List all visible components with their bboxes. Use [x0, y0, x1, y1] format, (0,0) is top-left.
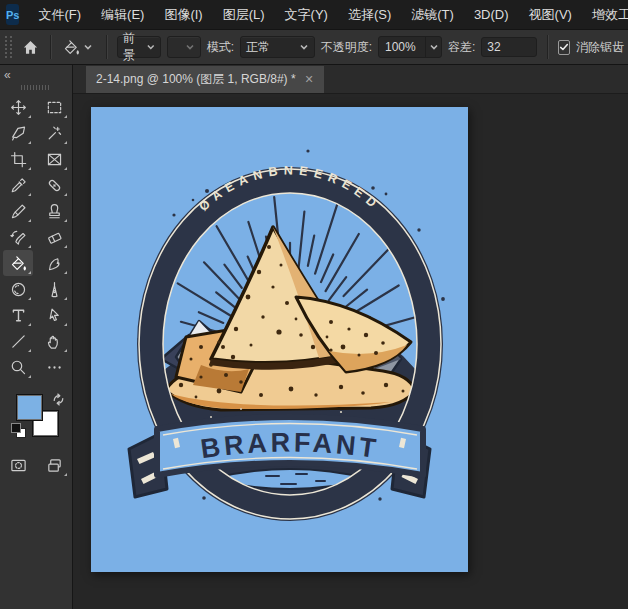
antialias-label: 消除锯齿 — [576, 39, 624, 56]
mode-select[interactable]: 正常 — [240, 36, 315, 58]
divider — [547, 35, 548, 59]
menu-view[interactable]: 视图(V) — [520, 0, 581, 29]
tolerance-label: 容差: — [448, 39, 475, 56]
opacity-label: 不透明度: — [321, 39, 372, 56]
chevron-down-icon — [185, 42, 195, 52]
menu-layer[interactable]: 图层(L) — [214, 0, 274, 29]
chevron-down-icon — [299, 42, 309, 52]
quick-mask-icon — [10, 457, 27, 474]
screen-mode-button[interactable] — [39, 452, 69, 478]
brush-icon — [10, 203, 27, 220]
home-icon — [22, 39, 39, 56]
divider — [106, 35, 107, 59]
paint-bucket-tool-preview[interactable] — [60, 37, 96, 58]
zoom-tool[interactable] — [3, 354, 33, 380]
check-icon — [559, 42, 569, 52]
close-tab-icon[interactable]: ✕ — [305, 73, 314, 86]
pen-tool[interactable] — [39, 276, 69, 302]
document-tab[interactable]: 2-14.png @ 100% (图层 1, RGB/8#) * ✕ — [86, 66, 324, 93]
paint-bucket-tool[interactable] — [3, 250, 33, 276]
opacity-dropdown-button[interactable] — [425, 37, 441, 57]
edit-toolbar-button[interactable] — [39, 354, 69, 380]
path-selection-tool[interactable] — [39, 302, 69, 328]
line-tool[interactable] — [3, 328, 33, 354]
color-swatches — [0, 392, 72, 448]
canvas-image[interactable]: ØAEANBNEEREED — [91, 107, 468, 572]
brush-tool[interactable] — [3, 198, 33, 224]
menu-image[interactable]: 图像(I) — [155, 0, 211, 29]
tolerance-input[interactable] — [481, 37, 537, 57]
tab-strip: 2-14.png @ 100% (图层 1, RGB/8#) * ✕ — [73, 65, 628, 94]
magic-wand-tool[interactable] — [39, 120, 69, 146]
type-icon — [10, 307, 27, 324]
menu-file[interactable]: 文件(F) — [29, 0, 90, 29]
swap-colors-icon[interactable] — [52, 393, 65, 406]
eyedropper-tool[interactable] — [3, 172, 33, 198]
menu-3d[interactable]: 3D(D) — [465, 0, 518, 29]
eraser-icon — [46, 229, 63, 246]
quick-mask-button[interactable] — [3, 452, 33, 478]
mode-label: 模式: — [207, 39, 234, 56]
ellipsis-icon — [46, 359, 63, 376]
paint-bucket-icon — [10, 255, 27, 272]
history-brush-icon — [10, 229, 27, 246]
opacity-input[interactable]: 100% — [378, 36, 442, 58]
line-icon — [10, 333, 27, 350]
fill-source-value: 前景 — [123, 30, 146, 64]
menu-select[interactable]: 选择(S) — [339, 0, 400, 29]
chevron-down-icon — [146, 42, 156, 52]
toolbar-drag-handle[interactable] — [21, 85, 51, 90]
default-colors-icon[interactable] — [11, 423, 26, 438]
move-icon — [10, 99, 27, 116]
menu-type[interactable]: 文字(Y) — [276, 0, 337, 29]
screen-mode-icon — [46, 457, 63, 474]
home-button[interactable] — [22, 34, 40, 60]
rectangular-marquee-tool[interactable] — [39, 94, 69, 120]
smudge-finger-icon — [46, 255, 63, 272]
chevron-down-icon — [429, 42, 439, 52]
eyedropper-icon — [10, 177, 27, 194]
eraser-tool[interactable] — [39, 224, 69, 250]
pen-icon — [46, 281, 63, 298]
clone-stamp-tool[interactable] — [39, 198, 69, 224]
lasso-icon — [10, 125, 27, 142]
photoshop-window: Ps 文件(F) 编辑(E) 图像(I) 图层(L) 文字(Y) 选择(S) 滤… — [0, 0, 628, 609]
fill-source-select[interactable]: 前景 — [117, 36, 162, 58]
collapse-panel-button[interactable]: « — [4, 68, 11, 82]
divider — [50, 35, 51, 59]
polygonal-lasso-tool[interactable] — [3, 120, 33, 146]
spot-healing-brush-tool[interactable] — [39, 172, 69, 198]
hand-tool[interactable] — [39, 328, 69, 354]
hand-icon — [46, 333, 63, 350]
tools-panel: « — [0, 65, 73, 609]
pattern-picker[interactable] — [167, 36, 200, 58]
crop-tool[interactable] — [3, 146, 33, 172]
type-tool[interactable] — [3, 302, 33, 328]
crop-icon — [10, 151, 27, 168]
stamp-icon — [46, 203, 63, 220]
dodge-tool[interactable] — [3, 276, 33, 302]
frame-tool[interactable] — [39, 146, 69, 172]
menu-plugins[interactable]: 增效工具 — [583, 0, 628, 29]
menu-filter[interactable]: 滤镜(T) — [402, 0, 463, 29]
paint-bucket-icon — [63, 39, 80, 56]
document-area: 2-14.png @ 100% (图层 1, RGB/8#) * ✕ — [73, 65, 628, 609]
frame-icon — [46, 151, 63, 168]
options-bar-grip[interactable] — [5, 36, 12, 58]
canvas-area[interactable]: ØAEANBNEEREED — [73, 94, 628, 609]
marquee-icon — [46, 99, 63, 116]
magic-wand-icon — [46, 125, 63, 142]
history-brush-tool[interactable] — [3, 224, 33, 250]
foreground-color-swatch[interactable] — [16, 394, 43, 421]
smudge-tool[interactable] — [39, 250, 69, 276]
photoshop-logo-icon[interactable]: Ps — [6, 4, 19, 25]
bandage-icon — [46, 177, 63, 194]
cursor-arrow-icon — [46, 307, 63, 324]
menu-edit[interactable]: 编辑(E) — [92, 0, 153, 29]
chevron-down-icon — [83, 42, 93, 52]
mode-value: 正常 — [246, 39, 270, 56]
antialias-checkbox[interactable] — [558, 40, 570, 55]
move-tool[interactable] — [3, 94, 33, 120]
menu-bar: Ps 文件(F) 编辑(E) 图像(I) 图层(L) 文字(Y) 选择(S) 滤… — [0, 0, 628, 29]
opacity-value: 100% — [379, 37, 425, 57]
